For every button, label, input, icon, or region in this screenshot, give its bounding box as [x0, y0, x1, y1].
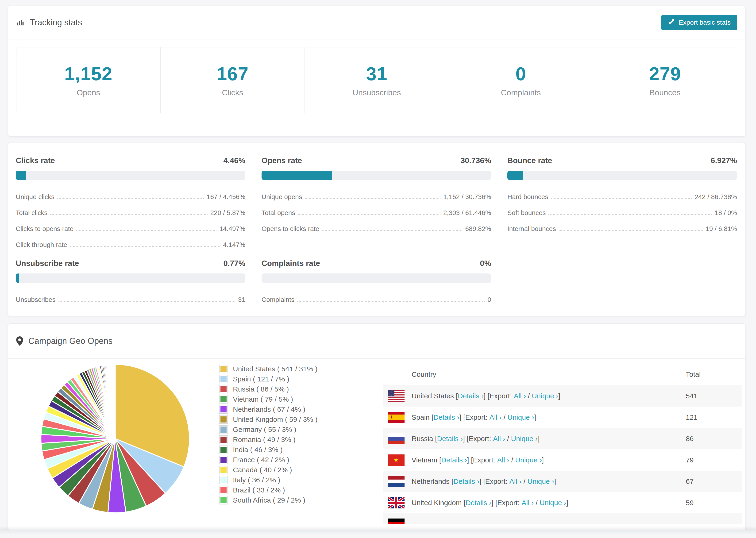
country-total: 79: [686, 456, 742, 464]
legend-item-united-states[interactable]: United States ( 541 / 31% ): [219, 364, 317, 374]
legend-item-united-kingdom[interactable]: United Kingdom ( 59 / 3% ): [219, 414, 317, 424]
legend-item-germany[interactable]: Germany ( 55 / 3% ): [219, 424, 317, 435]
row-label: Unique opens: [261, 193, 302, 201]
rate-section-unsubscribe: Unsubscribe rate 0.77% Unsubscribes31: [16, 259, 245, 305]
geo-table-header: Country Total: [383, 363, 742, 385]
legend-item-italy[interactable]: Italy ( 36 / 2% ): [219, 475, 317, 485]
row-label: Clicks to opens rate: [16, 225, 74, 233]
details-link[interactable]: Details ›: [433, 413, 459, 421]
stat-box-opens: 1,152 Opens: [17, 47, 161, 113]
row-label: Internal bounces: [507, 225, 556, 233]
export-all-link[interactable]: All ›: [510, 477, 522, 485]
complaints-rate-value: 0%: [480, 259, 491, 268]
table-row-vietnam: Vietnam [Details ›] [Export: All › / Uni…: [383, 449, 742, 471]
country-name: Russia: [411, 435, 433, 443]
export-unique-link[interactable]: Unique ›: [532, 392, 558, 400]
geo-card-body: United States ( 541 / 31% ) Spain ( 121 …: [8, 359, 745, 530]
russia-flag-icon: [388, 433, 405, 444]
stat-box-clicks: 167 Clicks: [161, 47, 305, 113]
legend-swatch: [219, 456, 228, 464]
export-unique-link[interactable]: Unique ›: [511, 435, 537, 443]
legend-item-russia[interactable]: Russia ( 86 / 5% ): [219, 384, 317, 394]
spain-flag-icon: [388, 412, 405, 423]
export-all-link[interactable]: All ›: [497, 456, 510, 464]
pie-legend: United States ( 541 / 31% ) Spain ( 121 …: [219, 364, 317, 505]
unsubscribes-count: 31: [366, 63, 387, 85]
row-value: 689.82%: [465, 225, 491, 233]
complaints-rate-title: Complaints rate: [261, 259, 320, 268]
rates-card: Clicks rate 4.46% Unique clicks167 / 4.4…: [8, 143, 746, 316]
legend-label: Spain ( 121 / 7% ): [233, 375, 289, 383]
table-row-partial: [383, 513, 742, 524]
details-link[interactable]: Details ›: [458, 392, 484, 400]
tracking-stats-page: Tracking stats Export basic stats 1,152 …: [0, 0, 756, 538]
legend-item-netherlands[interactable]: Netherlands ( 67 / 4% ): [219, 404, 317, 414]
row-label: Unsubscribes: [16, 296, 56, 303]
legend-item-vietnam[interactable]: Vietnam ( 79 / 5% ): [219, 394, 317, 404]
details-link[interactable]: Details ›: [441, 456, 467, 464]
legend-item-romania[interactable]: Romania ( 49 / 3% ): [219, 435, 317, 445]
clicks-label: Clicks: [222, 88, 243, 97]
row-label: Complaints: [261, 296, 295, 303]
export-all-link[interactable]: All ›: [490, 413, 502, 421]
stat-row: Complaints0: [261, 290, 491, 305]
clicks-count: 167: [216, 63, 248, 85]
dotted-leader: [70, 246, 220, 247]
legend-item-france[interactable]: France ( 42 / 2% ): [219, 455, 317, 465]
export-all-link[interactable]: All ›: [493, 435, 505, 443]
legend-swatch: [219, 466, 228, 474]
export-unique-link[interactable]: Unique ›: [508, 413, 534, 421]
rate-section-bounce: Bounce rate 6.927% Hard bounces242 / 86.…: [507, 156, 737, 250]
country-name: Spain: [411, 413, 430, 421]
netherlands-flag-icon: [388, 476, 405, 487]
legend-swatch: [219, 365, 228, 373]
stat-row: Unique opens1,152 / 30.736%: [261, 187, 491, 202]
export-basic-stats-button[interactable]: Export basic stats: [661, 15, 737, 30]
export-all-link[interactable]: All ›: [514, 392, 526, 400]
country-name: Netherlands: [411, 477, 450, 485]
unsubscribe-rate-progress-fill: [16, 273, 19, 283]
row-value: 31: [238, 296, 245, 303]
details-link[interactable]: Details ›: [453, 477, 479, 485]
bar-chart-icon: [16, 18, 25, 27]
stat-row: Total clicks220 / 5.87%: [16, 202, 245, 219]
country-name: United Kingdom: [411, 499, 461, 507]
complaints-rate-progressbar: [261, 273, 491, 283]
legend-item-spain[interactable]: Spain ( 121 / 7% ): [219, 374, 317, 384]
uk-flag-icon: [388, 497, 405, 509]
legend-label: France ( 42 / 2% ): [233, 456, 289, 464]
legend-swatch: [219, 375, 228, 383]
geo-opens-pie-chart[interactable]: [39, 363, 191, 514]
legend-item-canada[interactable]: Canada ( 40 / 2% ): [219, 465, 317, 475]
legend-item-south-africa[interactable]: South Africa ( 29 / 2% ): [219, 495, 317, 505]
row-value: 242 / 86.738%: [694, 193, 737, 201]
details-link[interactable]: Details ›: [465, 499, 491, 507]
viewport-bottom-edge: [0, 530, 756, 538]
dotted-leader: [322, 230, 462, 231]
dotted-leader: [58, 301, 235, 302]
export-all-link[interactable]: All ›: [522, 499, 534, 507]
dotted-leader: [50, 214, 207, 215]
opens-rate-title: Opens rate: [261, 156, 302, 165]
legend-item-brazil[interactable]: Brazil ( 33 / 2% ): [219, 485, 317, 495]
bounce-rate-progress-fill: [507, 171, 523, 180]
dotted-leader: [298, 214, 441, 215]
dotted-leader: [76, 230, 217, 231]
row-label: Hard bounces: [507, 193, 548, 201]
opens-rate-progress-fill: [261, 171, 332, 180]
row-label: Total opens: [261, 209, 295, 217]
dotted-leader: [559, 230, 703, 231]
dotted-leader: [551, 198, 692, 199]
legend-item-india[interactable]: India ( 46 / 3% ): [219, 445, 317, 455]
clicks-rate-progress-fill: [16, 171, 26, 180]
export-unique-link[interactable]: Unique ›: [527, 477, 554, 485]
country-name: United States: [411, 392, 454, 400]
stat-box-unsubscribes: 31 Unsubscribes: [305, 47, 449, 113]
export-unique-link[interactable]: Unique ›: [515, 456, 542, 464]
row-value: 0: [487, 296, 491, 303]
details-link[interactable]: Details ›: [437, 435, 463, 443]
stat-box-complaints: 0 Complaints: [449, 47, 593, 113]
country-total: 121: [686, 413, 742, 421]
export-unique-link[interactable]: Unique ›: [540, 499, 566, 507]
campaign-geo-opens-card: Campaign Geo Opens United States ( 541 /…: [8, 323, 746, 530]
